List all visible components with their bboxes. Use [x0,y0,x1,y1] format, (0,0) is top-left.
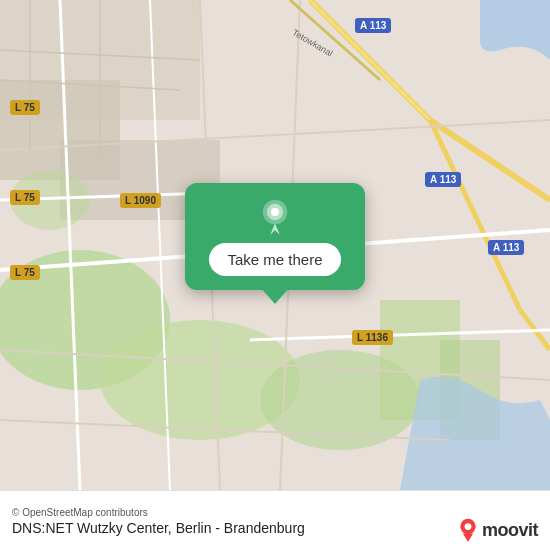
svg-point-34 [465,523,472,530]
moovit-pin-icon [458,518,478,542]
highway-badge-a113-top: A 113 [355,18,391,33]
highway-badge-a113-right: A 113 [425,172,461,187]
highway-badge-l75-3: L 75 [10,265,40,280]
bottom-bar: © OpenStreetMap contributors DNS:NET Wut… [0,490,550,550]
moovit-brand-name: moovit [482,520,538,541]
map-container: A 113 A 113 A 113 L 75 L 75 L 75 L 1090 … [0,0,550,490]
osm-credit: © OpenStreetMap contributors [12,507,538,518]
highway-badge-l1090: L 1090 [120,193,161,208]
svg-point-32 [271,208,279,216]
tooltip-card: Take me there [185,183,365,290]
highway-badge-l75-1: L 75 [10,100,40,115]
take-me-there-button[interactable]: Take me there [209,243,340,276]
location-pin-icon [257,199,293,235]
moovit-logo: moovit [458,518,538,542]
highway-badge-l75-2: L 75 [10,190,40,205]
svg-marker-35 [463,533,473,542]
highway-badge-a113-far: A 113 [488,240,524,255]
highway-badge-l1136: L 1136 [352,330,393,345]
